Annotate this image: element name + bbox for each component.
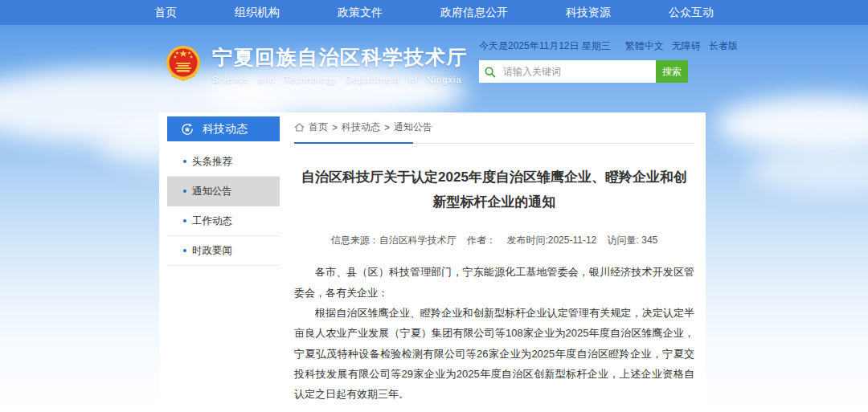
- meta-author: 作者：: [467, 235, 496, 246]
- link-accessibility[interactable]: 无障碍: [672, 39, 701, 53]
- breadcrumb-separator: >: [332, 122, 338, 133]
- article-body: 各市、县（区）科技管理部门，宁东能源化工基地管委会，银川经济技术开发区管委会，各…: [294, 262, 694, 404]
- bullet-icon: [183, 190, 186, 193]
- sci-tech-news-icon: [180, 122, 194, 137]
- site-header: 宁夏回族自治区科学技术厅 Science and Technology Depa…: [0, 25, 868, 112]
- article-paragraph: 根据自治区雏鹰企业、瞪羚企业和创新型标杆企业认定管理有关规定，决定认定半亩良人农…: [294, 303, 694, 405]
- sidebar-item-notices[interactable]: 通知公告: [167, 177, 280, 206]
- cloud-decoration: [747, 149, 868, 193]
- top-navigation-bar: 首页 组织机构 政策文件 政府信息公开 科技资源 公众互动: [0, 0, 868, 25]
- bullet-icon: [183, 160, 186, 163]
- current-date: 今天是2025年11月12日 星期三: [479, 39, 611, 53]
- sidebar: 科技动态 头条推荐 通知公告 工作动态 时政要闻: [167, 116, 280, 266]
- search-box: [479, 60, 656, 83]
- site-title-block: 宁夏回族自治区科学技术厅 Science and Technology Depa…: [212, 44, 468, 84]
- sidebar-item-label: 通知公告: [192, 185, 232, 198]
- sidebar-title: 科技动态: [203, 122, 248, 137]
- article-paragraph: 各市、县（区）科技管理部门，宁东能源化工基地管委会，银川经济技术开发区管委会，各…: [294, 262, 694, 303]
- search-input[interactable]: [500, 60, 656, 83]
- sidebar-item-label: 时政要闻: [192, 244, 232, 258]
- search-button[interactable]: 搜索: [656, 60, 688, 83]
- nav-item-public-interaction[interactable]: 公众互动: [669, 6, 714, 20]
- site-title: 宁夏回族自治区科学技术厅: [212, 44, 468, 71]
- sidebar-item-label: 头条推荐: [192, 155, 232, 169]
- date-line: 今天是2025年11月12日 星期三 繁體中文 无障碍 长者版: [479, 39, 701, 53]
- article-title: 自治区科技厅关于认定2025年度自治区雏鹰企业、瞪羚企业和创新型标杆企业的通知: [301, 165, 687, 214]
- bullet-icon: [183, 219, 186, 222]
- sidebar-item-label: 工作动态: [192, 214, 232, 228]
- article-meta: 信息来源：自治区科学技术厅 作者： 发布时间:2025-11-12 访问量: 3…: [294, 234, 694, 247]
- nav-item-organization[interactable]: 组织机构: [235, 6, 280, 20]
- breadcrumb-current[interactable]: 通知公告: [394, 120, 432, 134]
- nav-item-home[interactable]: 首页: [154, 6, 177, 20]
- breadcrumb-separator: >: [384, 122, 390, 133]
- bullet-icon: [183, 249, 186, 252]
- sidebar-item-work-news[interactable]: 工作动态: [167, 206, 280, 236]
- sidebar-item-current-politics[interactable]: 时政要闻: [167, 236, 280, 266]
- sidebar-menu: 头条推荐 通知公告 工作动态 时政要闻: [167, 147, 280, 266]
- main-panel: 科技动态 头条推荐 通知公告 工作动态 时政要闻: [159, 112, 706, 412]
- link-elderly-version[interactable]: 长者版: [709, 39, 738, 53]
- nav-item-policy-documents[interactable]: 政策文件: [338, 6, 383, 20]
- breadcrumb: 首页 > 科技动态 > 通知公告: [294, 120, 694, 144]
- search-bar: 搜索: [479, 60, 688, 83]
- link-traditional-chinese[interactable]: 繁體中文: [625, 39, 664, 53]
- breadcrumb-home[interactable]: 首页: [309, 120, 328, 134]
- sidebar-item-headlines[interactable]: 头条推荐: [167, 147, 280, 177]
- content-area: 首页 > 科技动态 > 通知公告 自治区科技厅关于认定2025年度自治区雏鹰企业…: [294, 120, 694, 412]
- breadcrumb-active-underline: [294, 142, 413, 144]
- header-utility-area: 今天是2025年11月12日 星期三 繁體中文 无障碍 长者版 搜索: [479, 39, 701, 83]
- sidebar-header: 科技动态: [167, 116, 280, 141]
- meta-publish-time: 发布时间:2025-11-12: [506, 235, 596, 246]
- nav-item-gov-info-disclosure[interactable]: 政府信息公开: [440, 6, 508, 20]
- meta-visit-count: 访问量: 345: [608, 235, 658, 246]
- nav-item-sci-tech-resources[interactable]: 科技资源: [566, 6, 611, 20]
- search-icon: [479, 66, 500, 78]
- meta-source: 信息来源：自治区科学技术厅: [331, 235, 457, 246]
- breadcrumb-category[interactable]: 科技动态: [342, 120, 380, 134]
- national-emblem-logo: [164, 44, 203, 84]
- site-subtitle: Science and Technology Department of Nin…: [212, 75, 468, 84]
- site-brand[interactable]: 宁夏回族自治区科学技术厅 Science and Technology Depa…: [164, 44, 468, 84]
- home-icon: [294, 122, 305, 133]
